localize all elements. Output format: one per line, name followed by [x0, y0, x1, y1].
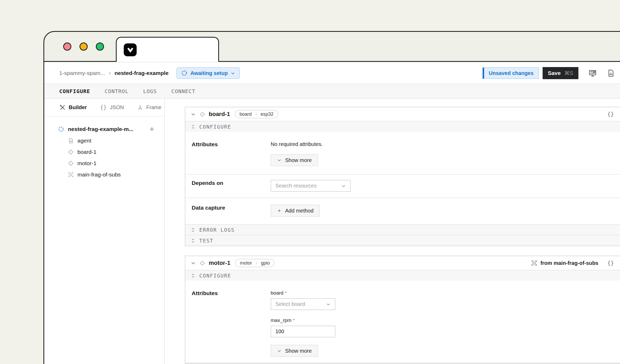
add-method-button[interactable]: Add method — [271, 205, 320, 217]
chevron-down-icon — [277, 158, 282, 163]
show-more-button[interactable]: Show more — [271, 345, 318, 357]
plus-icon — [148, 126, 155, 133]
required-asterisk: * — [285, 291, 287, 295]
collapse-chevron-icon[interactable] — [191, 260, 196, 266]
fragment-icon — [68, 172, 74, 178]
tab-logs[interactable]: LOGS — [143, 88, 157, 94]
machine-header: 1-spammy-spam... › nested-frag-example A… — [44, 63, 620, 84]
diamond-icon — [200, 260, 205, 266]
unsaved-changes-button[interactable]: Unsaved changes — [483, 67, 539, 79]
tree-item-label: motor-1 — [77, 160, 96, 166]
collapse-section-icon — [191, 124, 195, 129]
resource-type-model-tag: motor gpio — [235, 259, 275, 267]
machine-page-icon-button[interactable] — [588, 69, 597, 77]
no-required-attributes-text: No required attributes. — [271, 141, 620, 147]
chevron-down-icon — [277, 348, 282, 353]
board-configure-section-toggle[interactable]: CONFIGURE — [185, 121, 620, 132]
file-chart-icon — [607, 69, 615, 77]
browser-tab[interactable] — [116, 37, 219, 62]
section-label: CONFIGURE — [199, 124, 231, 130]
collapse-section-icon — [191, 273, 195, 278]
config-sidebar: Builder {} JSON Frame — [44, 99, 165, 364]
motor-1-card: motor-1 motor gpio from main-frag-of-sub… — [185, 256, 620, 364]
tree-root-label: nested-frag-example-m... — [68, 126, 133, 132]
attributes-label: Attributes — [192, 290, 271, 296]
app-page: 1-spammy-spam... › nested-frag-example A… — [44, 63, 620, 364]
resource-model: esp32 — [261, 112, 274, 117]
tree-item-board-1[interactable]: board-1 — [68, 146, 155, 158]
motor-configure-section-toggle[interactable]: CONFIGURE — [185, 270, 620, 281]
resource-tree: nested-frag-example-m... agent — [44, 117, 164, 180]
max-rpm-field-label: max_rpm — [271, 317, 291, 323]
diamond-icon — [68, 149, 74, 155]
show-more-button[interactable]: Show more — [271, 154, 318, 166]
board-select[interactable]: Select board — [271, 298, 335, 310]
machine-status-badge[interactable]: Awaiting setup — [176, 67, 240, 79]
logs-file-icon-button[interactable] — [607, 69, 615, 77]
config-main-panel: board-1 board esp32 {} ··· CO — [165, 99, 620, 364]
resource-type: motor — [240, 260, 252, 266]
resource-model: gpio — [261, 260, 270, 266]
board-1-card-header: board-1 board esp32 {} ··· — [185, 107, 620, 121]
resource-type: board — [240, 112, 252, 117]
mode-builder[interactable]: Builder — [59, 104, 87, 110]
fragment-source-label: from main-frag-of-subs — [540, 260, 598, 266]
tree-item-label: main-frag-of-subs — [77, 171, 121, 178]
chevron-down-icon — [341, 184, 346, 188]
tree-item-label: agent — [77, 138, 91, 144]
browser-titlebar — [44, 32, 620, 62]
agent-file-icon — [68, 138, 74, 144]
depends-on-select[interactable]: Search resources — [271, 180, 351, 192]
fragment-icon — [531, 260, 537, 266]
tree-item-main-frag-of-subs[interactable]: main-frag-of-subs — [68, 169, 155, 180]
add-resource-button[interactable] — [148, 126, 155, 133]
monitor-icon — [588, 69, 597, 77]
viam-logo-icon — [124, 43, 137, 56]
chevron-down-icon — [326, 302, 331, 307]
attributes-label: Attributes — [192, 141, 271, 148]
diamond-icon — [68, 160, 74, 166]
spinner-icon — [58, 126, 64, 132]
tree-item-label: board-1 — [77, 149, 96, 155]
resource-type-model-tag: board esp32 — [235, 110, 278, 118]
mode-json[interactable]: {} JSON — [100, 104, 124, 110]
save-button[interactable]: Save ⌘S — [543, 67, 578, 79]
fragment-source: from main-frag-of-subs — [531, 260, 598, 266]
chevron-right-icon — [255, 261, 258, 265]
motor-1-card-header: motor-1 motor gpio from main-frag-of-sub… — [185, 256, 620, 270]
minimize-window-button[interactable] — [80, 42, 88, 50]
depends-on-placeholder: Search resources — [275, 183, 317, 189]
maximize-window-button[interactable] — [96, 42, 104, 50]
tools-icon — [59, 104, 66, 110]
collapse-chevron-icon[interactable] — [191, 112, 196, 117]
max-rpm-input[interactable] — [271, 326, 335, 337]
mode-frame[interactable]: Frame — [137, 104, 162, 110]
status-badge-label: Awaiting setup — [190, 70, 228, 76]
add-method-label: Add method — [285, 208, 314, 214]
section-divider — [185, 363, 620, 363]
tree-item-motor-1[interactable]: motor-1 — [68, 158, 155, 169]
required-asterisk: * — [293, 318, 295, 323]
tab-connect[interactable]: CONNECT — [171, 88, 195, 94]
resource-name: motor-1 — [209, 260, 230, 266]
board-error-logs-section-toggle[interactable]: ERROR LOGS — [185, 224, 620, 235]
config-mode-switcher: Builder {} JSON Frame — [44, 99, 164, 117]
view-json-button[interactable]: {} — [607, 111, 614, 117]
depends-on-label: Depends on — [192, 180, 271, 186]
browser-window: 1-spammy-spam... › nested-frag-example A… — [43, 31, 620, 364]
board-field-label: board — [271, 290, 284, 296]
section-label: ERROR LOGS — [199, 227, 235, 233]
board-attributes-row: Attributes No required attributes. Show … — [185, 132, 620, 174]
tab-control[interactable]: CONTROL — [105, 88, 128, 94]
machine-nav-tabs: CONFIGURE CONTROL LOGS CONNECT — [44, 84, 620, 99]
chevron-right-icon — [255, 112, 258, 116]
view-json-button[interactable]: {} — [607, 260, 614, 266]
board-1-card: board-1 board esp32 {} ··· CO — [185, 107, 620, 246]
tree-root-machine-part[interactable]: nested-frag-example-m... — [58, 123, 155, 135]
tab-configure[interactable]: CONFIGURE — [59, 88, 90, 94]
tree-item-agent[interactable]: agent — [68, 135, 155, 146]
board-test-section-toggle[interactable]: TEST — [185, 235, 620, 246]
close-window-button[interactable] — [63, 42, 71, 50]
mode-frame-label: Frame — [146, 104, 162, 110]
breadcrumb-parent-link[interactable]: 1-spammy-spam... — [59, 70, 105, 76]
